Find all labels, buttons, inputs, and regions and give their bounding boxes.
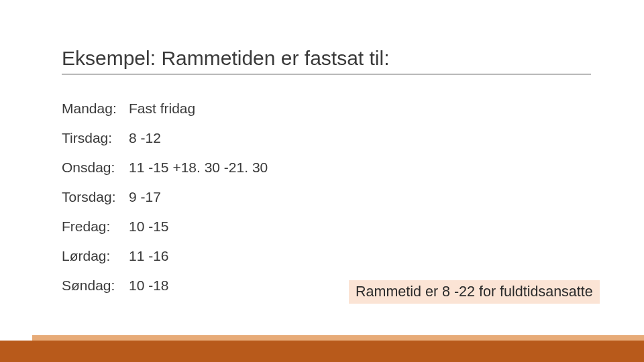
day-cell: Mandag: (62, 101, 129, 117)
table-row: Tirsdag: 8 -12 (62, 130, 268, 160)
slide: Eksempel: Rammetiden er fastsat til: Man… (0, 0, 644, 362)
day-cell: Lørdag: (62, 248, 129, 264)
value-cell: 10 -15 (129, 219, 169, 235)
table-row: Fredag: 10 -15 (62, 219, 268, 248)
value-cell: 8 -12 (129, 130, 161, 146)
footer-accent-bar (32, 335, 644, 341)
table-row: Torsdag: 9 -17 (62, 189, 268, 219)
value-cell: 11 -15 +18. 30 -21. 30 (129, 160, 268, 176)
table-row: Mandag: Fast fridag (62, 101, 268, 130)
schedule-table: Mandag: Fast fridag Tirsdag: 8 -12 Onsda… (62, 101, 268, 307)
value-cell: Fast fridag (129, 101, 195, 117)
value-cell: 11 -16 (129, 248, 169, 264)
table-row: Søndag: 10 -18 (62, 278, 268, 307)
footer-bar (0, 341, 644, 362)
day-cell: Tirsdag: (62, 130, 129, 146)
table-row: Lørdag: 11 -16 (62, 248, 268, 278)
highlight-note: Rammetid er 8 -22 for fuldtidsansatte (349, 280, 600, 304)
day-cell: Torsdag: (62, 189, 129, 205)
value-cell: 10 -18 (129, 278, 169, 294)
day-cell: Søndag: (62, 278, 129, 294)
table-row: Onsdag: 11 -15 +18. 30 -21. 30 (62, 160, 268, 189)
slide-title: Eksempel: Rammetiden er fastsat til: (62, 47, 591, 74)
day-cell: Onsdag: (62, 160, 129, 176)
day-cell: Fredag: (62, 219, 129, 235)
value-cell: 9 -17 (129, 189, 161, 205)
